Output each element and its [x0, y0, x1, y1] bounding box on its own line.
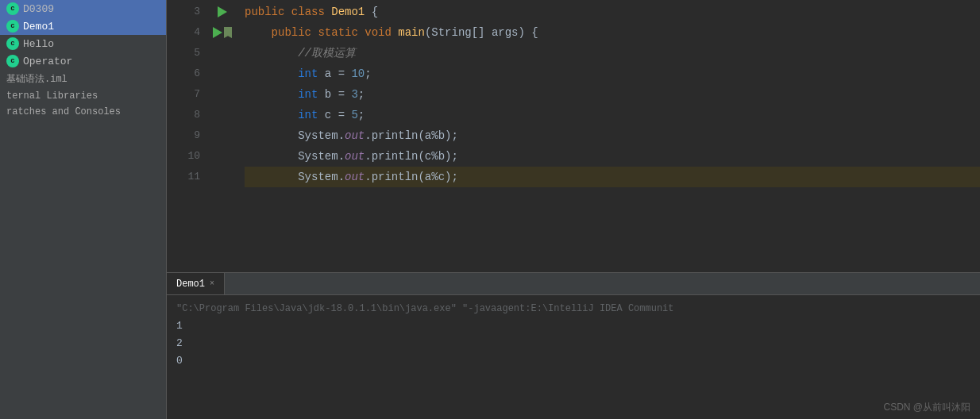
- sidebar-label-Operator: Operator: [23, 56, 72, 67]
- gutter-11: [206, 167, 238, 187]
- main-params: (String[] args) {: [425, 26, 538, 39]
- gutter: [206, 0, 238, 272]
- semicolon-8: ;: [358, 109, 365, 121]
- out-11: out: [345, 171, 365, 183]
- bookmark-icon: [224, 27, 232, 38]
- keyword-int-8: int: [298, 109, 318, 121]
- bottom-panel: Demo1 × "C:\Program Files\Java\jdk-18.0.…: [167, 272, 980, 419]
- sidebar-item-D0309[interactable]: c D0309: [0, 0, 166, 17]
- code-line-7: int b = 3;: [245, 84, 980, 105]
- comment-5: //取模运算: [298, 47, 356, 60]
- main-area: c D0309 c Demo1 c Hello c Operator 基础语法.…: [0, 0, 980, 419]
- sidebar-item-external-libraries[interactable]: ternal Libraries: [0, 88, 166, 104]
- println-9: .println(a%b);: [365, 129, 458, 142]
- line-num-9: 9: [167, 125, 200, 146]
- line-num-10: 10: [167, 146, 200, 167]
- sidebar-label-Demo1: Demo1: [23, 21, 54, 33]
- var-c: c =: [325, 109, 352, 121]
- editor-content: 3 4 5 6 7 8 9 10 11: [167, 0, 980, 272]
- keyword-public-3: public: [245, 6, 284, 18]
- semicolon-6: ;: [365, 67, 371, 80]
- output-cmd-line: "C:\Program Files\Java\jdk-18.0.1.1\bin\…: [176, 300, 970, 317]
- output-result-0: 0: [176, 352, 970, 370]
- line-num-3: 3: [167, 2, 200, 22]
- gutter-5: [206, 43, 238, 63]
- semicolon-7: ;: [358, 88, 365, 101]
- keyword-int-6: int: [298, 67, 318, 80]
- sidebar-item-scratches[interactable]: ratches and Consoles: [0, 104, 166, 120]
- c-icon-Operator: c: [6, 55, 19, 67]
- sidebar-item-Operator[interactable]: c Operator: [0, 52, 166, 70]
- gutter-run-3[interactable]: [206, 2, 238, 22]
- system-9: System.: [298, 129, 345, 142]
- number-5: 5: [351, 109, 357, 121]
- method-main: main: [398, 26, 425, 39]
- code-line-4: public static void main(String[] args) {: [245, 22, 980, 43]
- gutter-run-4[interactable]: [206, 22, 238, 43]
- sidebar-item-iml[interactable]: 基础语法.iml: [0, 70, 166, 88]
- gutter-8: [206, 105, 238, 125]
- sidebar-label-D0309: D0309: [23, 3, 54, 15]
- gutter-10: [206, 146, 238, 167]
- keyword-static: static: [318, 26, 357, 39]
- keyword-int-7: int: [298, 88, 318, 101]
- output-result-2: 2: [176, 335, 970, 352]
- code-line-3: public class Demo1 {: [245, 2, 980, 22]
- code-line-9: System.out.println(a%b);: [245, 125, 980, 146]
- sidebar-label-Hello: Hello: [23, 38, 54, 50]
- tab-close-icon[interactable]: ×: [210, 279, 214, 288]
- bottom-tab-Demo1[interactable]: Demo1 ×: [167, 273, 225, 294]
- keyword-void: void: [365, 26, 392, 39]
- var-a: a =: [325, 67, 352, 80]
- gutter-7: [206, 84, 238, 105]
- watermark: CSDN @从前叫沐阳: [883, 401, 970, 414]
- line-num-8: 8: [167, 105, 200, 125]
- gutter-9: [206, 125, 238, 146]
- code-line-5: //取模运算: [245, 43, 980, 63]
- editor-area: 3 4 5 6 7 8 9 10 11: [167, 0, 980, 419]
- out-10: out: [345, 150, 365, 163]
- println-10: .println(c%b);: [365, 150, 458, 163]
- println-11: .println(a%c);: [365, 171, 458, 183]
- code-line-10: System.out.println(c%b);: [245, 146, 980, 167]
- keyword-class: class: [291, 6, 325, 18]
- c-icon-Demo1: c: [6, 20, 19, 33]
- line-num-5: 5: [167, 43, 200, 63]
- system-10: System.: [298, 150, 345, 163]
- line-num-6: 6: [167, 63, 200, 84]
- code-line-8: int c = 5;: [245, 105, 980, 125]
- bottom-tab-bar: Demo1 ×: [167, 273, 980, 295]
- line-num-11: 11: [167, 167, 200, 187]
- c-icon-Hello: c: [6, 37, 19, 50]
- keyword-public-4: public: [272, 26, 311, 39]
- number-3: 3: [351, 88, 357, 101]
- code-line-6: int a = 10;: [245, 63, 980, 84]
- class-name-Demo1: Demo1: [331, 6, 365, 18]
- var-b: b =: [325, 88, 352, 101]
- brace-open: {: [372, 6, 378, 18]
- run-arrow-icon[interactable]: [218, 6, 227, 17]
- output-result-1: 1: [176, 317, 970, 335]
- sidebar-item-Hello[interactable]: c Hello: [0, 35, 166, 52]
- run-arrow-icon-4[interactable]: [213, 27, 222, 38]
- line-num-4: 4: [167, 22, 200, 43]
- number-10: 10: [351, 67, 365, 80]
- gutter-6: [206, 63, 238, 84]
- code-line-11: System.out.println(a%c);: [245, 167, 980, 187]
- line-numbers: 3 4 5 6 7 8 9 10 11: [167, 0, 206, 272]
- out-9: out: [345, 129, 365, 142]
- sidebar-item-Demo1[interactable]: c Demo1: [0, 17, 166, 35]
- c-icon-D0309: c: [6, 2, 19, 15]
- bottom-content: "C:\Program Files\Java\jdk-18.0.1.1\bin\…: [167, 295, 980, 419]
- code-area[interactable]: public class Demo1 { public static void …: [238, 0, 980, 272]
- line-num-7: 7: [167, 84, 200, 105]
- sidebar: c D0309 c Demo1 c Hello c Operator 基础语法.…: [0, 0, 167, 419]
- system-11: System.: [298, 171, 345, 183]
- bottom-tab-label: Demo1: [176, 279, 205, 290]
